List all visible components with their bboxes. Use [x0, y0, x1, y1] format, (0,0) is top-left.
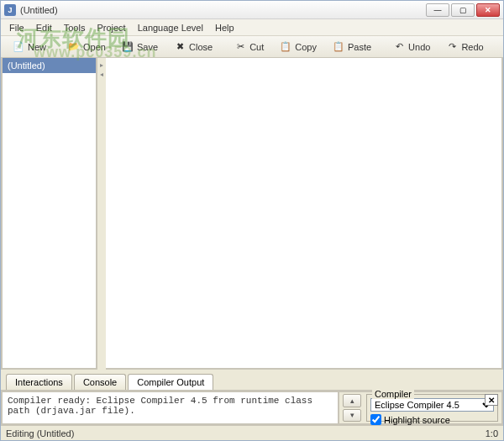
- highlight-label: Highlight source: [384, 415, 450, 425]
- close-button[interactable]: ✖Close: [167, 39, 219, 55]
- open-label: Open: [83, 42, 106, 52]
- save-label: Save: [137, 42, 158, 52]
- new-label: New: [28, 42, 46, 52]
- bottom-tabs: Interactions Console Compiler Output: [1, 370, 503, 390]
- cut-icon: ✂: [234, 41, 246, 53]
- menu-edit[interactable]: Edit: [31, 21, 57, 34]
- toolbar: 📄New 📂Open 💾Save ✖Close ✂Cut 📋Copy 📋Past…: [1, 36, 503, 58]
- undo-label: Undo: [408, 42, 430, 52]
- panel-close-button[interactable]: ✕: [485, 394, 498, 406]
- close-window-button[interactable]: ✕: [476, 3, 500, 17]
- minimize-button[interactable]: —: [426, 3, 449, 17]
- close-label: Close: [189, 42, 213, 52]
- splitter-gutter[interactable]: ▸ ◂: [97, 58, 106, 370]
- copy-label: Copy: [295, 42, 317, 52]
- redo-label: Redo: [461, 42, 483, 52]
- paste-icon: 📋: [333, 41, 344, 53]
- menubar: File Edit Tools Project Language Level H…: [1, 19, 503, 36]
- menu-help[interactable]: Help: [210, 21, 239, 34]
- highlight-checkbox[interactable]: [370, 414, 381, 425]
- open-icon: 📂: [68, 41, 80, 53]
- highlight-source-option[interactable]: Highlight source: [370, 414, 494, 425]
- editor-pane[interactable]: [106, 58, 503, 370]
- save-button[interactable]: 💾Save: [115, 39, 165, 55]
- close-icon: ✖: [174, 41, 186, 53]
- compiler-box: Compiler Eclipse Compiler 4.5 Highlight …: [366, 394, 498, 422]
- paste-button[interactable]: 📋Paste: [326, 39, 378, 55]
- new-icon: 📄: [13, 41, 24, 53]
- cut-button[interactable]: ✂Cut: [228, 39, 270, 55]
- chevron-right-icon: ▸: [100, 61, 103, 69]
- titlebar: J (Untitled) — ▢ ✕: [1, 1, 503, 19]
- tab-interactions[interactable]: Interactions: [6, 374, 72, 390]
- output-panel: Compiler ready: Eclipse Compiler 4.5 fro…: [1, 390, 503, 425]
- status-right: 1:0: [486, 428, 498, 438]
- compiler-output-text: Compiler ready: Eclipse Compiler 4.5 fro…: [1, 391, 339, 425]
- redo-button[interactable]: ↷Redo: [439, 39, 490, 55]
- up-arrow-button[interactable]: ▴: [343, 394, 361, 407]
- down-arrow-button[interactable]: ▾: [343, 409, 361, 423]
- new-button[interactable]: 📄New: [6, 39, 53, 55]
- paste-label: Paste: [348, 42, 371, 52]
- find-button[interactable]: 🔍Find: [499, 39, 504, 55]
- sidebar-doc-item[interactable]: (Untitled): [3, 58, 96, 73]
- compiler-select[interactable]: Eclipse Compiler 4.5: [370, 398, 494, 412]
- arrow-buttons: ▴ ▾: [343, 394, 361, 422]
- maximize-button[interactable]: ▢: [451, 3, 475, 17]
- window-controls: — ▢ ✕: [426, 3, 500, 17]
- open-button[interactable]: 📂Open: [61, 39, 113, 55]
- undo-button[interactable]: ↶Undo: [386, 39, 437, 55]
- window-title: (Untitled): [20, 5, 426, 15]
- menu-file[interactable]: File: [4, 21, 29, 34]
- status-left: Editing (Untitled): [6, 428, 74, 438]
- menu-language[interactable]: Language Level: [133, 21, 208, 34]
- chevron-left-icon: ◂: [100, 71, 103, 78]
- copy-button[interactable]: 📋Copy: [273, 39, 323, 55]
- app-icon: J: [4, 4, 16, 16]
- save-icon: 💾: [122, 41, 134, 53]
- menu-project[interactable]: Project: [92, 21, 130, 34]
- compiler-settings: ▴ ▾ Compiler Eclipse Compiler 4.5 Highli…: [339, 391, 503, 425]
- tab-console[interactable]: Console: [74, 374, 126, 390]
- document-sidebar: (Untitled): [1, 58, 97, 370]
- redo-icon: ↷: [446, 41, 458, 53]
- copy-icon: 📋: [280, 41, 291, 53]
- statusbar: Editing (Untitled) 1:0: [1, 425, 503, 440]
- menu-tools[interactable]: Tools: [59, 21, 91, 34]
- cut-label: Cut: [249, 42, 264, 52]
- tab-compiler-output[interactable]: Compiler Output: [128, 374, 213, 390]
- sidebar-content: [3, 73, 96, 368]
- undo-icon: ↶: [393, 41, 405, 53]
- main-area: (Untitled) ▸ ◂: [1, 58, 503, 370]
- compiler-box-title: Compiler: [372, 389, 414, 399]
- app-window: J (Untitled) — ▢ ✕ File Edit Tools Proje…: [0, 0, 504, 441]
